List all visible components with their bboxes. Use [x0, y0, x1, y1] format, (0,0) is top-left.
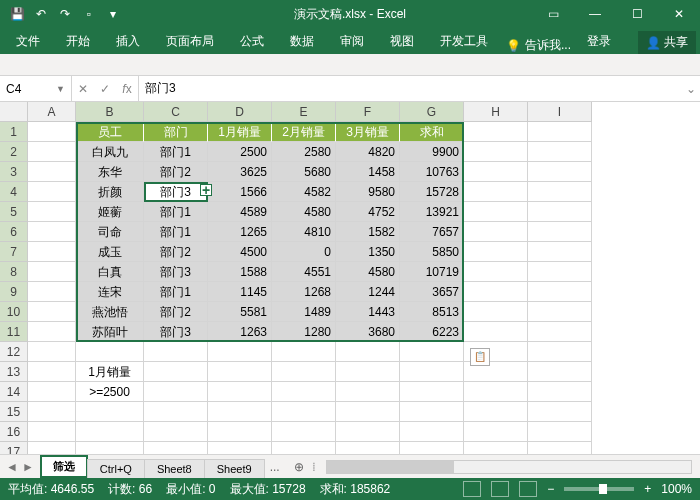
- cell[interactable]: [28, 342, 76, 362]
- cell[interactable]: 10719: [400, 262, 464, 282]
- cell[interactable]: [464, 182, 528, 202]
- cell[interactable]: [464, 222, 528, 242]
- row-header[interactable]: 11: [0, 322, 28, 342]
- cell[interactable]: [76, 402, 144, 422]
- tab-页面布局[interactable]: 页面布局: [154, 29, 226, 54]
- cell[interactable]: 部门3: [144, 182, 208, 202]
- cell[interactable]: 1265: [208, 222, 272, 242]
- chevron-down-icon[interactable]: ▼: [56, 84, 65, 94]
- cell[interactable]: 4551: [272, 262, 336, 282]
- cell[interactable]: 1263: [208, 322, 272, 342]
- cell[interactable]: [400, 342, 464, 362]
- cell[interactable]: [28, 402, 76, 422]
- cell[interactable]: 7657: [400, 222, 464, 242]
- row-header[interactable]: 12: [0, 342, 28, 362]
- cell[interactable]: [464, 422, 528, 442]
- cell[interactable]: [464, 442, 528, 454]
- spreadsheet-grid[interactable]: ABCDEFGHI 1234567891011121314151617 员工部门…: [0, 102, 700, 454]
- ribbon-opts-icon[interactable]: ▭: [532, 0, 574, 28]
- tab-审阅[interactable]: 审阅: [328, 29, 376, 54]
- cell[interactable]: [144, 442, 208, 454]
- cell[interactable]: [208, 442, 272, 454]
- col-header[interactable]: F: [336, 102, 400, 122]
- row-header[interactable]: 10: [0, 302, 28, 322]
- cell[interactable]: [400, 362, 464, 382]
- row-header[interactable]: 2: [0, 142, 28, 162]
- col-header[interactable]: D: [208, 102, 272, 122]
- cell[interactable]: [208, 402, 272, 422]
- cell[interactable]: 1588: [208, 262, 272, 282]
- row-header[interactable]: 1: [0, 122, 28, 142]
- cell[interactable]: 1280: [272, 322, 336, 342]
- cell[interactable]: 折颜: [76, 182, 144, 202]
- cell[interactable]: 白真: [76, 262, 144, 282]
- cell[interactable]: 3625: [208, 162, 272, 182]
- cell[interactable]: [464, 142, 528, 162]
- cell[interactable]: [272, 422, 336, 442]
- cell[interactable]: 8513: [400, 302, 464, 322]
- cell[interactable]: [28, 262, 76, 282]
- cell[interactable]: [28, 182, 76, 202]
- cell[interactable]: 1458: [336, 162, 400, 182]
- cell[interactable]: 部门2: [144, 302, 208, 322]
- fx-icon[interactable]: fx: [116, 82, 138, 96]
- cell[interactable]: [76, 342, 144, 362]
- cell[interactable]: [28, 282, 76, 302]
- cell[interactable]: 部门3: [144, 322, 208, 342]
- h-scroll-thumb[interactable]: [327, 461, 455, 473]
- cell[interactable]: [272, 342, 336, 362]
- cell[interactable]: 5680: [272, 162, 336, 182]
- cell[interactable]: [528, 442, 592, 454]
- tell-me[interactable]: 💡 告诉我...: [506, 37, 571, 54]
- cell[interactable]: 1582: [336, 222, 400, 242]
- cell[interactable]: [400, 382, 464, 402]
- cell[interactable]: [272, 442, 336, 454]
- col-header[interactable]: G: [400, 102, 464, 122]
- col-header[interactable]: E: [272, 102, 336, 122]
- cell[interactable]: 4582: [272, 182, 336, 202]
- cell[interactable]: 员工: [76, 122, 144, 142]
- cell[interactable]: [144, 382, 208, 402]
- minimize-button[interactable]: ―: [574, 0, 616, 28]
- expand-fbar-icon[interactable]: ⌄: [682, 76, 700, 101]
- col-header[interactable]: I: [528, 102, 592, 122]
- cell[interactable]: [272, 402, 336, 422]
- cell[interactable]: [528, 382, 592, 402]
- cell[interactable]: 3680: [336, 322, 400, 342]
- col-header[interactable]: B: [76, 102, 144, 122]
- cell[interactable]: 部门: [144, 122, 208, 142]
- cell[interactable]: [28, 322, 76, 342]
- accept-fx-icon[interactable]: ✓: [94, 82, 116, 96]
- cell[interactable]: 1350: [336, 242, 400, 262]
- cell[interactable]: [336, 382, 400, 402]
- zoom-out-button[interactable]: −: [547, 482, 554, 496]
- tab-视图[interactable]: 视图: [378, 29, 426, 54]
- new-icon[interactable]: ▫: [78, 3, 100, 25]
- cell[interactable]: [28, 302, 76, 322]
- sheet-nav[interactable]: ◄►: [0, 460, 40, 474]
- cell[interactable]: [464, 282, 528, 302]
- cell[interactable]: 9900: [400, 142, 464, 162]
- cell[interactable]: [528, 342, 592, 362]
- cell[interactable]: [464, 382, 528, 402]
- cell[interactable]: [28, 162, 76, 182]
- cell[interactable]: [400, 442, 464, 454]
- cell[interactable]: 1145: [208, 282, 272, 302]
- cell[interactable]: [28, 202, 76, 222]
- cell[interactable]: [528, 142, 592, 162]
- cell[interactable]: [28, 122, 76, 142]
- cell[interactable]: 4810: [272, 222, 336, 242]
- cell[interactable]: 部门1: [144, 282, 208, 302]
- cell[interactable]: 5850: [400, 242, 464, 262]
- cell[interactable]: [144, 422, 208, 442]
- cell[interactable]: 成玉: [76, 242, 144, 262]
- row-header[interactable]: 16: [0, 422, 28, 442]
- cell[interactable]: 求和: [400, 122, 464, 142]
- cell[interactable]: [464, 302, 528, 322]
- cell[interactable]: [400, 402, 464, 422]
- cell[interactable]: [464, 242, 528, 262]
- tab-开始[interactable]: 开始: [54, 29, 102, 54]
- cell[interactable]: [528, 402, 592, 422]
- cell[interactable]: [144, 362, 208, 382]
- cell[interactable]: 1566: [208, 182, 272, 202]
